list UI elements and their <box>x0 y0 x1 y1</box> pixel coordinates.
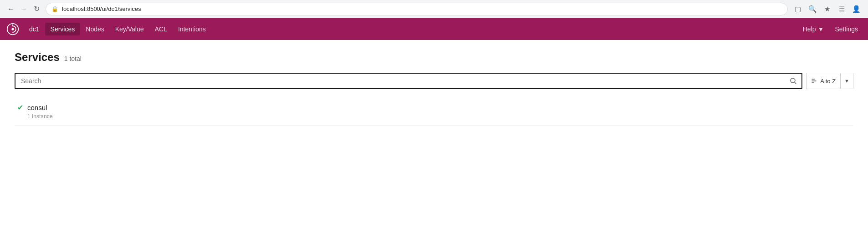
bookmark-button[interactable]: ★ <box>821 3 833 15</box>
nav-item-acl[interactable]: ACL <box>149 23 173 35</box>
search-container[interactable] <box>15 73 802 89</box>
settings-button[interactable]: Settings <box>830 23 863 35</box>
search-browser-button[interactable]: 🔍 <box>806 3 819 15</box>
sort-label: A to Z <box>820 78 836 85</box>
address-bar[interactable]: 🔒 localhost:8500/ui/dc1/services <box>46 3 788 15</box>
profile-button[interactable]: 👤 <box>850 3 863 15</box>
back-button[interactable]: ← <box>5 4 16 15</box>
nav-item-intentions[interactable]: Intentions <box>173 23 211 35</box>
search-icon-button[interactable] <box>785 73 801 89</box>
sort-caret-icon: ▼ <box>844 78 849 84</box>
service-list: ✔ consul 1 Instance <box>15 98 853 126</box>
sort-dropdown-button[interactable]: ▼ <box>840 73 853 89</box>
tab-strip-button[interactable]: ☰ <box>835 3 848 15</box>
help-button[interactable]: Help ▼ <box>798 23 829 35</box>
page-title: Services <box>15 51 60 64</box>
app-navbar: dc1 Services Nodes Key/Value ACL Intenti… <box>0 18 868 40</box>
forward-button[interactable]: → <box>18 4 29 15</box>
nav-item-keyvalue[interactable]: Key/Value <box>110 23 149 35</box>
nav-right: Help ▼ Settings <box>798 23 863 35</box>
cast-button[interactable]: ▢ <box>791 3 804 15</box>
reload-button[interactable]: ↻ <box>31 4 42 15</box>
address-text: localhost:8500/ui/dc1/services <box>62 5 782 12</box>
passing-status-icon: ✔ <box>17 103 23 112</box>
service-instance-count: 1 Instance <box>16 113 852 120</box>
consul-logo <box>5 22 20 36</box>
help-chevron-icon: ▼ <box>818 25 824 33</box>
search-input[interactable] <box>15 75 785 87</box>
lock-icon: 🔒 <box>51 6 58 12</box>
status-icon: ✔ <box>16 104 24 111</box>
service-item[interactable]: ✔ consul 1 Instance <box>15 98 853 126</box>
sort-icon <box>811 78 817 84</box>
help-label: Help <box>803 25 816 33</box>
nav-item-services[interactable]: Services <box>45 23 81 35</box>
nav-item-nodes[interactable]: Nodes <box>80 23 109 35</box>
browser-nav-buttons: ← → ↻ <box>5 4 42 15</box>
svg-line-3 <box>795 82 796 84</box>
search-row: A to Z ▼ <box>15 73 853 89</box>
sort-group: A to Z ▼ <box>806 73 853 89</box>
page-count: 1 total <box>64 55 82 62</box>
page-header: Services 1 total <box>15 51 853 64</box>
service-name-row: ✔ consul <box>16 104 852 111</box>
nav-datacenter[interactable]: dc1 <box>24 23 45 35</box>
browser-actions: ▢ 🔍 ★ ☰ 👤 <box>791 3 863 15</box>
svg-point-1 <box>11 28 14 30</box>
service-name: consul <box>27 104 47 111</box>
browser-chrome: ← → ↻ 🔒 localhost:8500/ui/dc1/services ▢… <box>0 0 868 18</box>
sort-button[interactable]: A to Z <box>806 73 840 89</box>
search-icon <box>790 77 797 85</box>
main-content: Services 1 total A to Z ▼ <box>0 40 868 136</box>
